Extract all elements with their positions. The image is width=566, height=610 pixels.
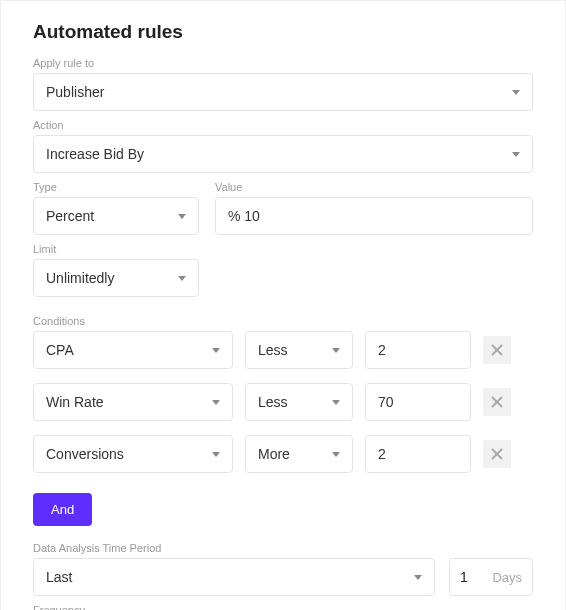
period-mode-select[interactable]: Last xyxy=(33,558,435,596)
action-value: Increase Bid By xyxy=(46,146,512,162)
remove-condition-button[interactable] xyxy=(483,440,511,468)
remove-condition-button[interactable] xyxy=(483,336,511,364)
chevron-down-icon xyxy=(332,452,340,457)
page-title: Automated rules xyxy=(33,21,533,43)
period-mode-value: Last xyxy=(46,569,414,585)
type-value: Percent xyxy=(46,208,178,224)
condition-metric-value: CPA xyxy=(46,342,212,358)
close-icon xyxy=(490,343,504,357)
conditions-label: Conditions xyxy=(33,315,533,327)
condition-value-input[interactable]: 2 xyxy=(365,331,471,369)
condition-value-text: 70 xyxy=(378,394,394,410)
condition-operator-select[interactable]: Less xyxy=(245,383,353,421)
condition-operator-select[interactable]: Less xyxy=(245,331,353,369)
chevron-down-icon xyxy=(178,276,186,281)
condition-row: CPA Less 2 xyxy=(33,331,533,369)
condition-row: Conversions More 2 xyxy=(33,435,533,473)
period-value-text: 1 xyxy=(460,569,468,585)
limit-value: Unlimitedly xyxy=(46,270,178,286)
period-value-input[interactable]: 1 Days xyxy=(449,558,533,596)
condition-row: Win Rate Less 70 xyxy=(33,383,533,421)
close-icon xyxy=(490,395,504,409)
close-icon xyxy=(490,447,504,461)
and-button[interactable]: And xyxy=(33,493,92,526)
value-text: % 10 xyxy=(228,208,260,224)
apply-to-value: Publisher xyxy=(46,84,512,100)
action-label: Action xyxy=(33,119,533,131)
value-label: Value xyxy=(215,181,533,193)
apply-to-label: Apply rule to xyxy=(33,57,533,69)
action-select[interactable]: Increase Bid By xyxy=(33,135,533,173)
condition-metric-value: Conversions xyxy=(46,446,212,462)
condition-operator-value: More xyxy=(258,446,332,462)
condition-value-text: 2 xyxy=(378,342,386,358)
condition-operator-value: Less xyxy=(258,342,332,358)
chevron-down-icon xyxy=(212,348,220,353)
chevron-down-icon xyxy=(332,348,340,353)
condition-metric-select[interactable]: Win Rate xyxy=(33,383,233,421)
condition-metric-select[interactable]: CPA xyxy=(33,331,233,369)
frequency-label: Frequency xyxy=(33,604,533,610)
type-select[interactable]: Percent xyxy=(33,197,199,235)
condition-metric-select[interactable]: Conversions xyxy=(33,435,233,473)
value-input[interactable]: % 10 xyxy=(215,197,533,235)
chevron-down-icon xyxy=(212,452,220,457)
chevron-down-icon xyxy=(512,152,520,157)
limit-select[interactable]: Unlimitedly xyxy=(33,259,199,297)
condition-operator-select[interactable]: More xyxy=(245,435,353,473)
condition-value-text: 2 xyxy=(378,446,386,462)
remove-condition-button[interactable] xyxy=(483,388,511,416)
period-unit-text: Days xyxy=(492,570,522,585)
chevron-down-icon xyxy=(178,214,186,219)
condition-value-input[interactable]: 70 xyxy=(365,383,471,421)
type-label: Type xyxy=(33,181,199,193)
apply-to-select[interactable]: Publisher xyxy=(33,73,533,111)
data-period-label: Data Analysis Time Period xyxy=(33,542,533,554)
chevron-down-icon xyxy=(332,400,340,405)
condition-value-input[interactable]: 2 xyxy=(365,435,471,473)
condition-operator-value: Less xyxy=(258,394,332,410)
condition-metric-value: Win Rate xyxy=(46,394,212,410)
limit-label: Limit xyxy=(33,243,199,255)
chevron-down-icon xyxy=(512,90,520,95)
chevron-down-icon xyxy=(212,400,220,405)
chevron-down-icon xyxy=(414,575,422,580)
